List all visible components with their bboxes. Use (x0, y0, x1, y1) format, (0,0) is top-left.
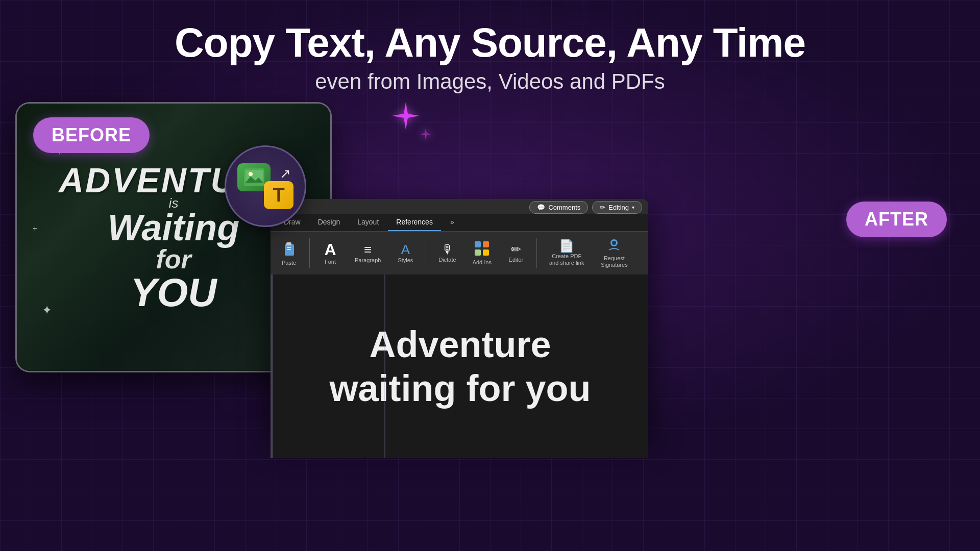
font-button[interactable]: A Font (318, 239, 342, 267)
paragraph-icon: ≡ (364, 243, 372, 256)
paragraph-button[interactable]: ≡ Paragraph (351, 241, 385, 265)
addins-label: Add-ins (473, 259, 492, 265)
ribbon-divider-2 (426, 238, 426, 268)
tab-references[interactable]: References (388, 214, 441, 231)
word-ribbon: Paste A Font ≡ Paragraph A Styles 🎙 Dict… (271, 232, 648, 274)
font-icon: A (324, 241, 336, 258)
svg-point-2 (249, 172, 253, 176)
doc-border-mid (384, 274, 385, 458)
dictate-icon: 🎙 (442, 243, 454, 256)
ribbon-divider-3 (536, 238, 537, 268)
addins-icon (474, 241, 489, 258)
paste-icon (282, 240, 296, 259)
subtitle: even from Images, Videos and PDFs (0, 69, 980, 94)
create-pdf-label: Create PDFand share link (549, 253, 584, 266)
header: Copy Text, Any Source, Any Time even fro… (0, 20, 980, 94)
comments-label: Comments (548, 204, 580, 211)
styles-button[interactable]: A Styles (393, 241, 418, 265)
document-text: Adventure waiting for you (314, 307, 606, 426)
paste-label: Paste (282, 260, 296, 266)
font-label: Font (325, 259, 336, 265)
svg-rect-8 (483, 241, 489, 247)
word-toolbar: 💬 Comments ✏ Editing ▾ Draw Design Layou… (271, 199, 648, 274)
doc-border-left (272, 274, 273, 458)
main-title: Copy Text, Any Source, Any Time (0, 20, 980, 65)
editor-icon: ✏ (511, 243, 521, 256)
ribbon-divider-1 (309, 238, 310, 268)
svg-rect-9 (475, 249, 481, 256)
create-pdf-icon: 📄 (559, 240, 574, 252)
tab-layout[interactable]: Layout (349, 214, 387, 231)
chalk-for: for (156, 246, 191, 272)
tab-more[interactable]: » (442, 214, 462, 231)
svg-rect-10 (483, 249, 489, 256)
create-pdf-button[interactable]: 📄 Create PDFand share link (545, 238, 589, 268)
chalk-you: YOU (130, 272, 216, 312)
sparkle-3: ✦ (42, 303, 52, 317)
after-label: AFTER (846, 202, 947, 237)
svg-point-12 (612, 241, 616, 245)
chalk-waiting: Waiting (108, 209, 240, 246)
svg-rect-4 (286, 242, 291, 245)
editor-button[interactable]: ✏ Editor (504, 241, 528, 265)
ribbon-top-row: 💬 Comments ✏ Editing ▾ (271, 199, 648, 214)
doc-text-line2: waiting for you (330, 368, 591, 409)
svg-rect-5 (287, 247, 291, 248)
svg-rect-6 (287, 249, 291, 250)
comments-button[interactable]: 💬 Comments (529, 201, 588, 214)
small-sparkle (419, 128, 433, 144)
doc-text-line1: Adventure (369, 324, 551, 365)
word-content: Adventure waiting for you (271, 274, 648, 458)
before-label: BEFORE (33, 117, 150, 153)
sparkle-5: + (33, 224, 37, 233)
text-icon: T (264, 181, 293, 209)
word-tabs: Draw Design Layout References » (271, 214, 648, 232)
editing-label: Editing (608, 204, 629, 211)
addins-button[interactable]: Add-ins (469, 239, 496, 267)
app-icon-inner: T ↗ (237, 163, 293, 209)
editor-label: Editor (509, 257, 524, 263)
dictate-button[interactable]: 🎙 Dictate (434, 241, 460, 265)
editing-chevron-icon: ▾ (632, 205, 634, 210)
styles-label: Styles (398, 257, 413, 263)
cursor-icon: ↗ (280, 166, 291, 182)
tab-design[interactable]: Design (310, 214, 349, 231)
svg-rect-7 (475, 241, 481, 247)
request-signatures-button[interactable]: RequestSignatures (596, 236, 632, 270)
paste-button[interactable]: Paste (277, 238, 301, 268)
styles-icon: A (401, 243, 410, 256)
request-sig-icon (607, 238, 621, 254)
app-icon-circle: T ↗ (225, 145, 306, 227)
after-panel: 💬 Comments ✏ Editing ▾ Draw Design Layou… (271, 199, 648, 434)
comments-icon: 💬 (537, 204, 545, 211)
editing-button[interactable]: ✏ Editing ▾ (592, 201, 642, 214)
request-sig-label: RequestSignatures (601, 255, 628, 268)
paragraph-label: Paragraph (355, 257, 381, 263)
dictate-label: Dictate (438, 257, 456, 263)
editing-icon: ✏ (600, 204, 605, 211)
